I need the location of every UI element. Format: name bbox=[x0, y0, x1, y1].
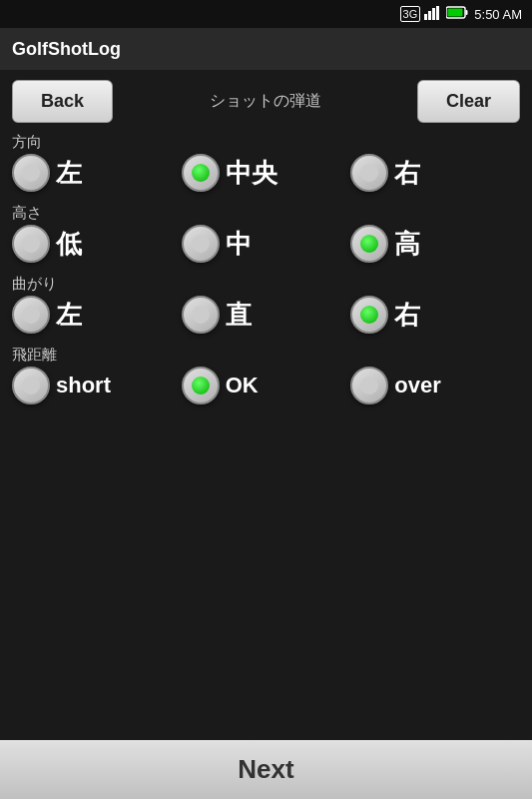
section-height-label: 高さ bbox=[12, 204, 520, 223]
svg-rect-3 bbox=[436, 6, 439, 20]
curve-radio-group: 左 直 右 bbox=[12, 296, 520, 334]
distance-ok-label: OK bbox=[226, 373, 259, 399]
clear-button[interactable]: Clear bbox=[417, 80, 520, 123]
section-direction-label: 方向 bbox=[12, 133, 520, 152]
next-button[interactable]: Next bbox=[14, 754, 518, 785]
direction-center-item[interactable]: 中央 bbox=[182, 154, 351, 192]
section-curve-label: 曲がり bbox=[12, 275, 520, 294]
height-high-label: 高 bbox=[394, 227, 420, 262]
height-mid-item[interactable]: 中 bbox=[182, 225, 351, 263]
height-low-label: 低 bbox=[56, 227, 82, 262]
battery-icon bbox=[446, 6, 468, 22]
height-high-indicator bbox=[360, 235, 378, 253]
direction-center-label: 中央 bbox=[226, 156, 277, 191]
svg-rect-5 bbox=[466, 10, 468, 15]
distance-over-item[interactable]: over bbox=[350, 367, 520, 404]
status-icons: 3G bbox=[400, 6, 469, 23]
distance-over-indicator bbox=[360, 377, 378, 395]
direction-center-indicator bbox=[192, 164, 210, 182]
curve-straight-radio[interactable] bbox=[182, 296, 220, 334]
height-low-radio[interactable] bbox=[12, 225, 50, 263]
distance-over-radio[interactable] bbox=[350, 367, 388, 404]
curve-left-radio[interactable] bbox=[12, 296, 50, 334]
clock: 5:50 AM bbox=[474, 7, 522, 22]
section-direction: 方向 左 中央 右 bbox=[12, 133, 520, 196]
subtitle: ショットの弾道 bbox=[113, 91, 417, 112]
height-mid-label: 中 bbox=[226, 227, 252, 262]
curve-straight-label: 直 bbox=[226, 298, 252, 333]
height-high-item[interactable]: 高 bbox=[350, 225, 520, 263]
curve-straight-indicator bbox=[192, 306, 210, 324]
section-curve: 曲がり 左 直 右 bbox=[12, 275, 520, 338]
height-mid-indicator bbox=[192, 235, 210, 253]
height-low-indicator bbox=[22, 235, 40, 253]
direction-left-radio[interactable] bbox=[12, 154, 50, 192]
distance-short-radio[interactable] bbox=[12, 367, 50, 404]
svg-rect-0 bbox=[424, 14, 427, 20]
direction-right-item[interactable]: 右 bbox=[350, 154, 520, 192]
direction-right-radio[interactable] bbox=[350, 154, 388, 192]
direction-radio-group: 左 中央 右 bbox=[12, 154, 520, 192]
svg-rect-2 bbox=[432, 8, 435, 20]
distance-ok-indicator bbox=[192, 377, 210, 395]
status-bar: 3G 5:50 AM bbox=[0, 0, 532, 28]
curve-right-item[interactable]: 右 bbox=[350, 296, 520, 334]
distance-ok-item[interactable]: OK bbox=[182, 367, 351, 404]
distance-short-label: short bbox=[56, 373, 111, 399]
height-mid-radio[interactable] bbox=[182, 225, 220, 263]
height-low-item[interactable]: 低 bbox=[12, 225, 182, 263]
section-distance-label: 飛距離 bbox=[12, 346, 520, 365]
section-height: 高さ 低 中 高 bbox=[12, 204, 520, 267]
svg-rect-6 bbox=[448, 9, 463, 17]
network-icon: 3G bbox=[400, 6, 421, 22]
height-radio-group: 低 中 高 bbox=[12, 225, 520, 263]
back-button[interactable]: Back bbox=[12, 80, 113, 123]
direction-right-label: 右 bbox=[394, 156, 420, 191]
button-row: Back ショットの弾道 Clear bbox=[12, 80, 520, 123]
direction-center-radio[interactable] bbox=[182, 154, 220, 192]
curve-left-label: 左 bbox=[56, 298, 82, 333]
curve-right-radio[interactable] bbox=[350, 296, 388, 334]
direction-right-indicator bbox=[360, 164, 378, 182]
distance-radio-group: short OK over bbox=[12, 367, 520, 404]
curve-right-label: 右 bbox=[394, 298, 420, 333]
bottom-bar: Next bbox=[0, 740, 532, 799]
curve-left-item[interactable]: 左 bbox=[12, 296, 182, 334]
direction-left-item[interactable]: 左 bbox=[12, 154, 182, 192]
height-high-radio[interactable] bbox=[350, 225, 388, 263]
main-content: Back ショットの弾道 Clear 方向 左 中央 bbox=[0, 70, 532, 740]
svg-rect-1 bbox=[428, 11, 431, 20]
distance-ok-radio[interactable] bbox=[182, 367, 220, 404]
section-distance: 飛距離 short OK over bbox=[12, 346, 520, 408]
distance-short-indicator bbox=[22, 377, 40, 395]
direction-left-indicator bbox=[22, 164, 40, 182]
distance-short-item[interactable]: short bbox=[12, 367, 182, 404]
curve-right-indicator bbox=[360, 306, 378, 324]
title-bar: GolfShotLog bbox=[0, 28, 532, 70]
app-title: GolfShotLog bbox=[12, 39, 121, 60]
curve-straight-item[interactable]: 直 bbox=[182, 296, 351, 334]
curve-left-indicator bbox=[22, 306, 40, 324]
direction-left-label: 左 bbox=[56, 156, 82, 191]
signal-icon bbox=[424, 6, 442, 23]
distance-over-label: over bbox=[394, 373, 440, 399]
